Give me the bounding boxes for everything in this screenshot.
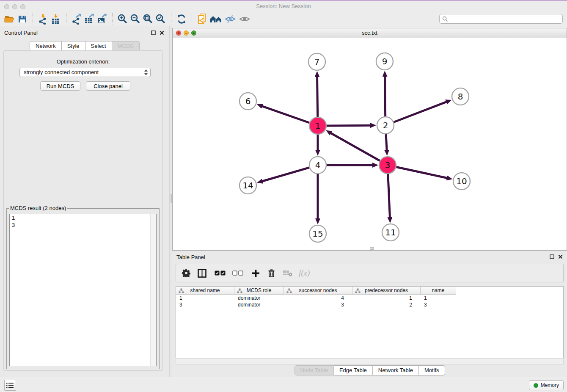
- export-network-button[interactable]: [70, 13, 83, 25]
- graph-node-6[interactable]: 6: [239, 93, 256, 110]
- float-panel-icon[interactable]: [151, 30, 156, 35]
- cell-shared-name[interactable]: 3: [176, 301, 234, 308]
- export-image-button[interactable]: [96, 13, 108, 25]
- column-header-mcds-role[interactable]: MCDS role: [234, 287, 284, 295]
- cell-name[interactable]: 1: [421, 295, 456, 301]
- graph-node-1[interactable]: 1: [309, 117, 326, 134]
- tab-style[interactable]: Style: [62, 41, 85, 51]
- column-header-shared-name[interactable]: shared name: [176, 287, 234, 295]
- graph-edge-3-10[interactable]: [396, 167, 448, 178]
- cell-predecessor-nodes[interactable]: 2: [352, 301, 421, 308]
- graph-node-10[interactable]: 10: [453, 173, 470, 190]
- graph-edge-3-11[interactable]: [388, 174, 390, 218]
- splitter-grip[interactable]: [170, 194, 172, 203]
- graph-node-7[interactable]: 7: [308, 53, 325, 70]
- table-header-row: shared name MCDS role successor nodes pr…: [176, 287, 563, 295]
- zoom-in-button[interactable]: [116, 13, 129, 25]
- graph-node-label: 2: [383, 120, 388, 130]
- import-network-button[interactable]: [37, 13, 50, 25]
- graph-node-4[interactable]: 4: [309, 157, 326, 174]
- delete-table-button-disabled[interactable]: [283, 267, 292, 279]
- table-panel: Table Panel: [172, 251, 567, 377]
- graph-node-15[interactable]: 15: [309, 225, 326, 242]
- tab-select[interactable]: Select: [85, 41, 112, 51]
- result-item[interactable]: 3: [10, 221, 156, 229]
- result-item[interactable]: 1: [10, 214, 156, 221]
- tree-icon: [286, 288, 292, 293]
- tab-network-table[interactable]: Network Table: [373, 365, 419, 375]
- graph-edge-1-7[interactable]: [317, 76, 318, 117]
- graph-node-11[interactable]: 11: [382, 224, 399, 241]
- column-header-successor-nodes[interactable]: successor nodes: [284, 287, 352, 295]
- graph-node-8[interactable]: 8: [452, 88, 469, 105]
- graph-edge-1-2[interactable]: [327, 125, 371, 126]
- open-session-button[interactable]: [3, 13, 16, 25]
- cell-name[interactable]: 3: [421, 301, 456, 308]
- tab-network[interactable]: Network: [30, 41, 62, 51]
- tab-edge-table[interactable]: Edge Table: [334, 365, 373, 375]
- cell-successor-nodes[interactable]: 3: [284, 301, 352, 308]
- cell-predecessor-nodes[interactable]: 1: [352, 295, 421, 301]
- show-columns-button[interactable]: [198, 267, 206, 279]
- graph-node-14[interactable]: 14: [239, 177, 256, 194]
- duplicate-network-button[interactable]: [196, 13, 209, 25]
- deselect-all-columns-button[interactable]: [232, 267, 243, 279]
- select-all-columns-button[interactable]: [215, 267, 226, 279]
- hide-panel-button[interactable]: [223, 13, 237, 25]
- close-table-panel-icon[interactable]: [558, 254, 563, 259]
- table-horizontal-scrollbar[interactable]: [176, 358, 564, 364]
- graph-edge-1-6[interactable]: [261, 106, 309, 123]
- graph-edge-4-14[interactable]: [262, 168, 309, 182]
- cell-mcds-role[interactable]: dominator: [234, 295, 284, 301]
- result-scrollbar[interactable]: [150, 214, 156, 366]
- import-network-icon: [38, 14, 49, 25]
- search-input[interactable]: [450, 15, 561, 24]
- tab-mcds[interactable]: MCDS: [112, 41, 140, 51]
- graph-edge-2-8[interactable]: [394, 102, 447, 122]
- network-graph[interactable]: 7968124314101511: [173, 38, 567, 250]
- column-header-name[interactable]: name: [421, 287, 456, 295]
- task-history-button[interactable]: [4, 380, 16, 391]
- graph-node-2[interactable]: 2: [377, 117, 394, 134]
- tab-motifs[interactable]: Motifs: [419, 365, 445, 375]
- zoom-selected-button[interactable]: [154, 13, 167, 25]
- delete-column-button[interactable]: [267, 267, 275, 279]
- cell-shared-name[interactable]: 1: [176, 295, 234, 301]
- deselect-checkboxes-icon: [232, 271, 243, 276]
- graph-edge-3-1[interactable]: [330, 133, 380, 161]
- save-session-button[interactable]: [16, 13, 29, 25]
- main-titlebar: Session: New Session: [0, 0, 567, 12]
- column-header-predecessor-nodes[interactable]: predecessor nodes: [352, 287, 421, 295]
- zoom-out-button[interactable]: [129, 13, 142, 25]
- graph-edge-2-9[interactable]: [385, 76, 385, 116]
- run-mcds-button[interactable]: Run MCDS: [40, 81, 80, 91]
- list-icon: [6, 382, 14, 388]
- network-window-titlebar[interactable]: × − + scc.txt: [173, 28, 567, 38]
- show-panel-button[interactable]: [237, 13, 252, 25]
- delete-table-icon: [283, 270, 292, 276]
- criterion-dropdown[interactable]: strongly connected component: [19, 68, 151, 77]
- graph-node-9[interactable]: 9: [376, 53, 393, 70]
- mcds-result-list[interactable]: 1 3: [9, 214, 157, 366]
- tab-node-table[interactable]: Node Table: [294, 365, 334, 375]
- table-settings-button[interactable]: [182, 267, 190, 279]
- close-panel-button[interactable]: Close panel: [86, 81, 130, 91]
- memory-button[interactable]: Memory: [529, 380, 564, 390]
- float-table-panel-icon[interactable]: [549, 254, 554, 259]
- create-column-button[interactable]: [252, 267, 260, 279]
- network-canvas[interactable]: 7968124314101511: [173, 38, 567, 250]
- show-all-networks-button[interactable]: [209, 13, 223, 25]
- function-builder-button-disabled[interactable]: f(x): [299, 267, 310, 279]
- export-table-button[interactable]: [83, 13, 96, 25]
- import-table-button[interactable]: [50, 13, 62, 25]
- network-window-resize-grip[interactable]: [370, 247, 374, 250]
- graph-edge-2-3[interactable]: [386, 134, 387, 151]
- graph-node-3[interactable]: 3: [379, 157, 396, 174]
- refresh-button[interactable]: [175, 13, 188, 25]
- panel-splitter[interactable]: [169, 26, 172, 377]
- zoom-fit-button[interactable]: [142, 13, 154, 25]
- close-panel-icon[interactable]: [159, 30, 164, 35]
- cell-successor-nodes[interactable]: 4: [284, 295, 352, 301]
- mcds-result-group: MCDS result (2 nodes) 1 3: [6, 208, 160, 369]
- cell-mcds-role[interactable]: dominator: [234, 301, 284, 308]
